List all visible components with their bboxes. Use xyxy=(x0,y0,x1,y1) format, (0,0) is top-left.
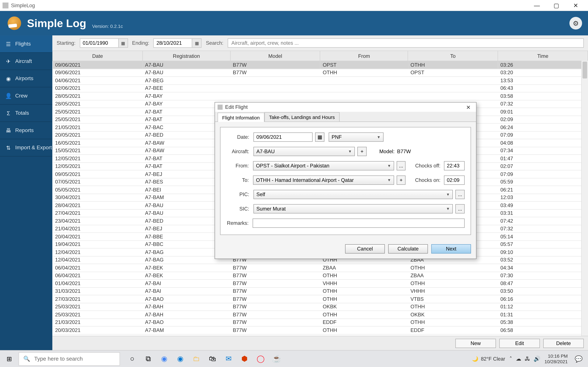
cell-to: OTHH xyxy=(408,61,498,69)
calendar-icon[interactable]: ▦ xyxy=(118,39,128,47)
store-icon[interactable]: 🛍 xyxy=(204,350,221,367)
col-time[interactable]: Time xyxy=(498,51,588,61)
minimize-button[interactable]: — xyxy=(527,0,546,11)
action-bar: New Edit Delete xyxy=(52,336,588,350)
starting-date-field[interactable] xyxy=(80,39,118,47)
cell-to xyxy=(408,84,498,92)
calculate-button[interactable]: Calculate xyxy=(388,244,428,254)
cell-date: 28/05/2021 xyxy=(53,92,143,100)
sidebar-item-reports[interactable]: 🖶 Reports xyxy=(0,122,52,139)
volume-icon[interactable]: 🔊 xyxy=(534,356,540,362)
tray-chevron-icon[interactable]: ˄ xyxy=(510,356,512,362)
sidebar-item-totals[interactable]: Σ Totals xyxy=(0,105,52,122)
calendar-button[interactable]: ▦ xyxy=(315,132,325,142)
table-row[interactable]: 25/03/2021A7-BAHB77WOTHHOKBK01:31 xyxy=(53,311,588,318)
table-row[interactable]: 04/06/2021A7-BEG13:53 xyxy=(53,76,588,84)
scrollbar-thumb[interactable] xyxy=(583,62,587,78)
sidebar-item-label: Flights xyxy=(15,41,31,47)
table-row[interactable]: 27/03/2021A7-BAOB77WOTHHVTBS06:16 xyxy=(53,295,588,303)
from-airport-select[interactable]: OPST - Sialkot Airport - Pakistan▼ xyxy=(253,161,394,171)
sidebar-item-label: Crew xyxy=(15,93,27,99)
chocks-off-input[interactable]: 22:43 xyxy=(444,161,465,171)
sidebar-item-flights[interactable]: ☰ Flights xyxy=(0,35,52,53)
table-row[interactable]: 06/04/2021A7-BEKB77WOTHHZBAA07:30 xyxy=(53,272,588,280)
office-icon[interactable]: ⬢ xyxy=(237,350,253,367)
sic-select[interactable]: Sumer Murat▼ xyxy=(253,204,453,214)
sidebar-item-import-export[interactable]: ⇅ Import & Export xyxy=(0,139,52,157)
cancel-button[interactable]: Cancel xyxy=(345,244,385,254)
sic-browse-button[interactable]: ... xyxy=(455,204,465,214)
cell-time: 09:01 xyxy=(498,108,588,116)
tab-takeoffs-landings[interactable]: Take-offs, Landings and Hours xyxy=(264,112,339,122)
table-row[interactable]: 28/05/2021A7-BAY03:58 xyxy=(53,92,588,100)
cell-date: 19/03/2021 xyxy=(53,334,143,336)
cortana-icon[interactable]: ○ xyxy=(124,350,140,367)
close-button[interactable]: ✕ xyxy=(566,0,585,11)
pic-browse-button[interactable]: ... xyxy=(455,190,465,199)
mail-icon[interactable]: ✉ xyxy=(221,350,237,367)
chevron-down-icon: ▼ xyxy=(348,149,352,153)
sidebar-item-crew[interactable]: 👤 Crew xyxy=(0,87,52,105)
col-model[interactable]: Model xyxy=(230,51,320,61)
task-view-icon[interactable]: ⧉ xyxy=(140,350,156,367)
from-airport-browse-button[interactable]: ... xyxy=(397,161,406,171)
table-row[interactable]: 09/06/2021A7-BAUB77WOTHHOPST03:20 xyxy=(53,69,588,77)
col-registration[interactable]: Registration xyxy=(143,51,230,61)
ending-date-field[interactable] xyxy=(154,39,192,47)
next-button[interactable]: Next xyxy=(431,244,471,254)
vertical-scrollbar[interactable] xyxy=(581,61,588,336)
cell-date: 01/04/2021 xyxy=(53,280,143,287)
onedrive-icon[interactable]: ☁ xyxy=(516,356,521,362)
table-row[interactable]: 19/03/2021A7-BAUB77WOKBKOTHH01:12 xyxy=(53,334,588,336)
table-row[interactable]: 06/04/2021A7-BEKB77WZBAAOTHH04:34 xyxy=(53,264,588,272)
date-input[interactable]: 09/06/2021 xyxy=(253,132,312,142)
table-row[interactable]: 09/06/2021A7-BAUB77WOPSTOTHH03:26 xyxy=(53,61,588,69)
cell-time: 07:34 xyxy=(498,147,588,155)
start-button[interactable]: ⊞ xyxy=(1,350,18,367)
taskbar-search[interactable]: 🔍 Type here to search xyxy=(18,352,120,366)
sidebar-item-aircraft[interactable]: ✈ Aircraft xyxy=(0,53,52,70)
calendar-icon[interactable]: ▦ xyxy=(192,39,201,47)
remarks-input[interactable] xyxy=(253,218,465,228)
col-to[interactable]: To xyxy=(408,51,498,61)
window-titlebar: SimpleLog — ▢ ✕ xyxy=(0,0,588,11)
taskbar-clock[interactable]: 10:16 PM 10/28/2021 xyxy=(545,353,568,364)
maximize-button[interactable]: ▢ xyxy=(547,0,566,11)
edit-button[interactable]: Edit xyxy=(499,339,540,348)
file-explorer-icon[interactable]: 🗀 xyxy=(188,350,204,367)
cell-time: 02:09 xyxy=(498,116,588,123)
notifications-button[interactable]: 💬 xyxy=(572,355,585,363)
search-input[interactable] xyxy=(228,38,584,48)
tab-flight-information[interactable]: Flight Information xyxy=(217,113,264,122)
role-select[interactable]: PNF▼ xyxy=(329,132,384,142)
opera-icon[interactable]: ◯ xyxy=(253,350,269,367)
col-from[interactable]: From xyxy=(320,51,408,61)
dialog-close-button[interactable]: ✕ xyxy=(463,104,474,110)
table-row[interactable]: 01/04/2021A7-BAIB77WVHHHOTHH08:47 xyxy=(53,280,588,287)
settings-button[interactable]: ⚙ xyxy=(570,17,582,30)
pic-select[interactable]: Self▼ xyxy=(253,190,453,199)
java-icon[interactable]: ☕ xyxy=(269,350,285,367)
ending-date-input[interactable]: ▦ xyxy=(154,38,202,48)
to-airport-select[interactable]: OTHH - Hamad International Airport - Qat… xyxy=(253,175,394,185)
table-row[interactable]: 21/03/2021A7-BAOB77WEDDFOTHH05:38 xyxy=(53,318,588,326)
calendar-icon: ▦ xyxy=(318,134,322,140)
edge-icon[interactable]: ◉ xyxy=(172,350,188,367)
network-icon[interactable]: 🖧 xyxy=(525,356,530,362)
weather-widget[interactable]: 🌙 82°F Clear xyxy=(472,356,505,362)
table-row[interactable]: 02/06/2021A7-BEE06:43 xyxy=(53,84,588,92)
starting-date-input[interactable]: ▦ xyxy=(80,38,128,48)
chrome-icon[interactable]: ◉ xyxy=(156,350,173,367)
new-button[interactable]: New xyxy=(455,339,496,348)
chocks-on-input[interactable]: 02:09 xyxy=(444,175,465,185)
sidebar-item-airports[interactable]: ◉ Airports xyxy=(0,70,52,87)
table-row[interactable]: 31/03/2021A7-BAIB77WOTHHVHHH03:50 xyxy=(53,287,588,295)
table-row[interactable]: 25/03/2021A7-BAHB77WOKBKOTHH01:12 xyxy=(53,303,588,311)
aircraft-select[interactable]: A7-BAU▼ xyxy=(253,147,355,156)
col-date[interactable]: Date xyxy=(53,51,143,61)
table-row[interactable]: 20/03/2021A7-BAMB77WOTHHEDDF06:58 xyxy=(53,326,588,334)
delete-button[interactable]: Delete xyxy=(543,339,584,348)
to-airport-add-button[interactable]: + xyxy=(397,175,406,185)
cell-reg: A7-BAY xyxy=(143,92,230,100)
add-aircraft-button[interactable]: + xyxy=(357,147,367,156)
